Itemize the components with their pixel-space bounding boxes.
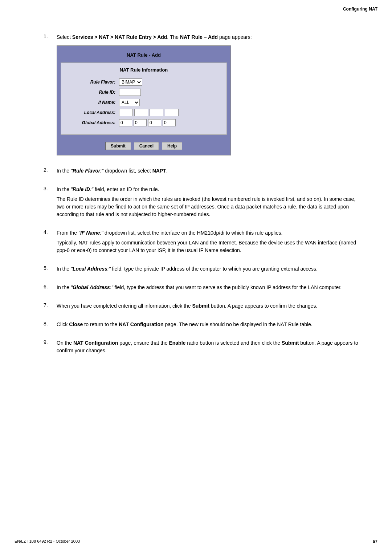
step-9-text: On the NAT Configuration page, ensure th… [57,339,363,355]
step-1: 1. Select Services > NAT > NAT Rule Entr… [44,33,363,158]
step-4-sub: Typically, NAT rules apply to communicat… [57,239,363,254]
step-number-3: 3. [44,186,57,191]
step-4-text: From the "IF Name:" dropdown list, selec… [57,229,363,237]
global-address-octet-3[interactable] [148,119,161,126]
step-3-sub: The Rule ID determines the order in whic… [57,195,363,218]
step-3: 3. In the "Rule ID:" field, enter an ID … [44,186,363,220]
cancel-button[interactable]: Cancel [134,142,159,150]
global-address-octet-2[interactable] [134,119,147,126]
submit-button[interactable]: Submit [105,142,131,150]
rule-flavor-label: Rule Flavor: [68,79,115,85]
main-content: 1. Select Services > NAT > NAT Rule Entr… [0,12,392,380]
step-5-text: In the "Local Address:" field, type the … [57,265,363,273]
step-content-9: On the NAT Configuration page, ensure th… [57,339,363,357]
local-address-row: Local Address: [68,109,219,116]
nat-dialog-inner: NAT Rule Information Rule Flavor: BIMAP … [61,62,227,135]
step-7-text: When you have completed entering all inf… [57,302,363,310]
nat-dialog-title: NAT Rule - Add [61,49,227,62]
step-number-2: 2. [44,167,57,173]
step-number-9: 9. [44,339,57,345]
step-6: 6. In the "Global Address:" field, type … [44,284,363,293]
help-button[interactable]: Help [162,142,182,150]
rule-flavor-select[interactable]: BIMAP NAPT NAT [119,78,142,86]
global-address-fields [119,119,176,126]
footer-left: EN/LZT 108 6492 R2 - October 2003 [15,539,80,544]
step-content-8: Click Close to return to the NAT Configu… [57,321,363,331]
local-address-fields [119,109,179,116]
step-number-7: 7. [44,302,57,308]
nat-section-title: NAT Rule Information [68,66,219,75]
step-number-6: 6. [44,284,57,289]
step-2: 2. In the "Rule Flavor:" dropdown list, … [44,167,363,177]
step-content-1: Select Services > NAT > NAT Rule Entry >… [57,33,363,158]
step-4: 4. From the "IF Name:" dropdown list, se… [44,229,363,256]
local-address-octet-4[interactable] [165,109,179,116]
nat-dialog-wrapper: NAT Rule - Add NAT Rule Information Rule… [57,45,363,155]
step-content-4: From the "IF Name:" dropdown list, selec… [57,229,363,256]
global-address-label: Global Address: [68,119,115,126]
step-7: 7. When you have completed entering all … [44,302,363,312]
step-content-5: In the "Local Address:" field, type the … [57,265,363,275]
header-title: Configuring NAT [343,7,377,12]
footer-right: 67 [373,539,377,544]
step-2-text: In the "Rule Flavor:" dropdown list, sel… [57,167,363,175]
step-number-1: 1. [44,33,57,39]
rule-id-label: Rule ID: [68,89,115,96]
step-number-8: 8. [44,321,57,327]
step-list: 1. Select Services > NAT > NAT Rule Entr… [44,33,363,357]
step-1-text: Select Services > NAT > NAT Rule Entry >… [57,33,363,41]
step-content-6: In the "Global Address:" field, type the… [57,284,363,293]
local-address-octet-1[interactable] [119,109,133,116]
local-address-label: Local Address: [68,109,115,116]
step-8-text: Click Close to return to the NAT Configu… [57,321,363,328]
global-address-octet-1[interactable] [119,119,132,126]
rule-id-row: Rule ID: [68,89,219,96]
step-number-5: 5. [44,265,57,271]
nat-dialog: NAT Rule - Add NAT Rule Information Rule… [57,45,231,155]
global-address-row: Global Address: [68,119,219,126]
nat-dialog-buttons: Submit Cancel Help [61,140,227,151]
step-5: 5. In the "Local Address:" field, type t… [44,265,363,275]
rule-flavor-row: Rule Flavor: BIMAP NAPT NAT [68,78,219,86]
step-8: 8. Click Close to return to the NAT Conf… [44,321,363,331]
page-header: Configuring NAT [0,0,392,12]
if-name-select[interactable]: ALL ppp-0 eoa-0 [119,99,140,106]
rule-id-input[interactable] [119,89,141,96]
step-9: 9. On the NAT Configuration page, ensure… [44,339,363,357]
local-address-octet-2[interactable] [134,109,148,116]
if-name-label: If Name: [68,99,115,106]
step-3-text: In the "Rule ID:" field, enter an ID for… [57,186,363,193]
step-content-2: In the "Rule Flavor:" dropdown list, sel… [57,167,363,177]
step-6-text: In the "Global Address:" field, type the… [57,284,363,291]
step-number-4: 4. [44,229,57,235]
global-address-octet-4[interactable] [163,119,176,126]
page-footer: EN/LZT 108 6492 R2 - October 2003 67 [0,539,392,544]
local-address-octet-3[interactable] [150,109,163,116]
step-content-7: When you have completed entering all inf… [57,302,363,312]
if-name-row: If Name: ALL ppp-0 eoa-0 [68,99,219,106]
step-content-3: In the "Rule ID:" field, enter an ID for… [57,186,363,220]
